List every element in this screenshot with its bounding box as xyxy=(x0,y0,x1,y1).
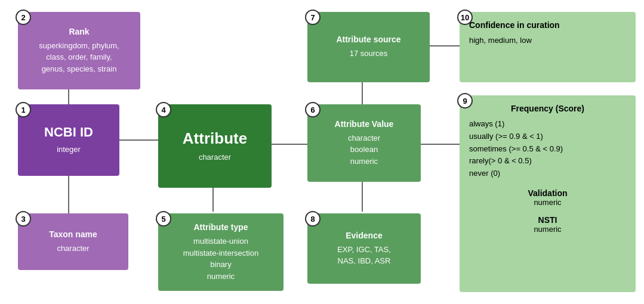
attribute-type-title: Attribute type xyxy=(194,222,248,232)
evidence-title: Evidence xyxy=(346,231,382,240)
rank-content: superkingdom, phylum,class, order, famil… xyxy=(39,40,119,75)
attribute-title: Attribute xyxy=(183,129,247,148)
attribute-type-node: Attribute type multistate-unionmultistat… xyxy=(158,213,284,291)
validation-title: Validation xyxy=(469,188,626,198)
validation-content: numeric xyxy=(469,198,626,207)
badge-4: 4 xyxy=(156,102,171,117)
diagram: NCBI ID integer 1 Rank superkingdom, phy… xyxy=(0,0,644,304)
nsti-title: NSTI xyxy=(469,215,626,225)
confidence-node: Confidence in curation high, medium, low xyxy=(460,12,636,82)
attribute-content: character xyxy=(199,151,231,163)
taxon-name-content: character xyxy=(57,243,89,255)
attribute-source-content: 17 sources xyxy=(350,48,388,60)
confidence-content: high, medium, low xyxy=(469,35,532,46)
ncbi-id-node: NCBI ID integer xyxy=(18,104,119,176)
evidence-content: EXP, IGC, TAS,NAS, IBD, ASR xyxy=(337,244,391,267)
badge-2: 2 xyxy=(16,10,31,25)
attribute-value-content: characterbooleannumeric xyxy=(348,132,380,167)
taxon-name-title: Taxon name xyxy=(49,229,97,239)
badge-5: 5 xyxy=(156,211,171,227)
ncbi-id-content: integer xyxy=(57,144,81,156)
attribute-value-title: Attribute Value xyxy=(335,119,394,129)
badge-3: 3 xyxy=(16,211,31,227)
badge-8: 8 xyxy=(305,211,321,227)
attribute-source-title: Attribute source xyxy=(336,35,400,44)
ncbi-id-title: NCBI ID xyxy=(44,125,93,140)
attribute-node: Attribute character xyxy=(158,104,272,188)
attribute-value-node: Attribute Value characterbooleannumeric xyxy=(307,104,421,182)
frequency-content: always (1) usually (>= 0.9 & < 1) someti… xyxy=(469,118,563,180)
nsti-content: numeric xyxy=(469,225,626,234)
badge-9: 9 xyxy=(457,93,473,108)
badge-10: 10 xyxy=(457,10,473,25)
rank-title: Rank xyxy=(69,27,89,36)
confidence-title: Confidence in curation xyxy=(469,20,560,30)
rank-node: Rank superkingdom, phylum,class, order, … xyxy=(18,12,140,89)
badge-6: 6 xyxy=(305,102,321,117)
badge-1: 1 xyxy=(16,102,31,117)
badge-7: 7 xyxy=(305,10,321,25)
frequency-node: Frequency (Score) always (1) usually (>=… xyxy=(460,95,636,292)
taxon-name-node: Taxon name character xyxy=(18,213,128,270)
attribute-source-node: Attribute source 17 sources xyxy=(307,12,430,82)
evidence-node: Evidence EXP, IGC, TAS,NAS, IBD, ASR xyxy=(307,213,421,284)
frequency-title: Frequency (Score) xyxy=(469,104,626,113)
attribute-type-content: multistate-unionmultistate-intersectionb… xyxy=(183,235,258,282)
